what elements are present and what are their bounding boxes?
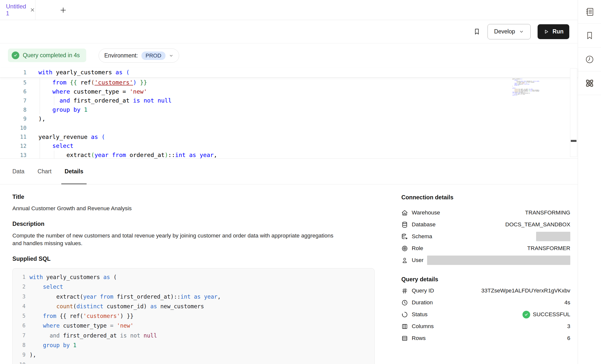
- description-heading: Description: [12, 221, 375, 227]
- details-panel: Title Annual Customer Growth and Revenue…: [0, 185, 578, 364]
- code-line[interactable]: 5 from {{ ref('customers') }}: [0, 78, 578, 87]
- code-line[interactable]: 6 where customer_type = 'new': [0, 87, 578, 96]
- code-token: and: [59, 97, 70, 104]
- code-text: from {{ ref('customers') }}: [27, 79, 147, 86]
- environment-selector[interactable]: Environment: PROD: [99, 49, 179, 63]
- code-token: extract: [29, 293, 80, 300]
- supplied-sql-code-block[interactable]: 1with yearly_customers as (2 select3 ext…: [12, 268, 375, 364]
- detail-label: User: [412, 257, 424, 263]
- close-icon[interactable]: [30, 7, 35, 13]
- code-token: 1: [519, 85, 520, 86]
- code-token: null: [527, 84, 530, 85]
- code-token: not: [143, 97, 154, 104]
- query-status-text: Query completed in 4s: [23, 52, 80, 59]
- code-line[interactable]: 13 extract(year from ordered_at)::int as…: [0, 151, 578, 160]
- tab-data[interactable]: Data: [12, 159, 25, 184]
- scrollbar-thumb[interactable]: [571, 140, 576, 142]
- code-line[interactable]: 5 from {{ ref('customers') }}: [13, 311, 374, 321]
- code-token: [29, 284, 43, 290]
- code-token: [97, 293, 100, 300]
- detail-label: Role: [412, 245, 423, 252]
- code-token: with: [38, 69, 53, 76]
- code-line[interactable]: 7 and first_ordered_at is not null: [13, 331, 374, 340]
- code-token: from: [53, 79, 67, 86]
- code-token: ordered_at: [126, 152, 165, 158]
- sql-editor[interactable]: 1with yearly_customers as ( 5 from {{ re…: [0, 67, 578, 159]
- rail-lineage-icon[interactable]: [578, 71, 601, 95]
- code-token: ): [144, 303, 147, 310]
- rail-bookmark-icon[interactable]: [578, 24, 601, 48]
- code-line[interactable]: 11yearly_revenue as (: [0, 132, 578, 142]
- code-line[interactable]: 9),: [0, 114, 578, 123]
- code-line[interactable]: 12 select: [0, 141, 578, 151]
- line-number: 10: [0, 125, 27, 131]
- code-token: extract: [38, 152, 91, 158]
- check-circle-icon: [522, 311, 530, 318]
- code-token: [38, 142, 53, 149]
- connection-details-rows: WarehouseTRANSFORMINGDatabaseDOCS_TEAM_S…: [401, 207, 570, 266]
- rail-history-icon[interactable]: [578, 48, 601, 71]
- code-token: first_ordered_at: [70, 97, 133, 104]
- run-button[interactable]: Run: [538, 24, 569, 39]
- code-token: (: [102, 133, 105, 140]
- code-token: is: [133, 97, 140, 104]
- code-line[interactable]: 6 where customer_type = 'new': [13, 321, 374, 331]
- sticky-code-line[interactable]: 1with yearly_customers as (: [0, 67, 578, 78]
- code-token: by: [63, 342, 70, 348]
- code-lines[interactable]: 5 from {{ ref('customers') }}6 where cus…: [0, 78, 578, 159]
- code-text: group by 1: [27, 106, 87, 113]
- develop-button[interactable]: Develop: [488, 24, 531, 39]
- rail-notebook-icon[interactable]: [578, 0, 601, 24]
- bookmark-icon[interactable]: [473, 28, 481, 35]
- spinner-icon: [401, 311, 408, 318]
- code-line[interactable]: 4 count(distinct customer_id) as new_cus…: [13, 302, 374, 311]
- schema-icon: [401, 233, 408, 240]
- code-token: [29, 332, 50, 339]
- code-line[interactable]: 3 extract(year from first_ordered_at)::i…: [13, 292, 374, 302]
- code-text: select: [26, 282, 63, 292]
- code-token: select: [43, 284, 63, 290]
- code-token: [140, 97, 143, 104]
- detail-row: User: [401, 254, 570, 266]
- detail-value: 4s: [564, 299, 570, 306]
- description-value: Compute the number of new customers and …: [12, 232, 342, 247]
- code-token: (: [522, 78, 522, 79]
- editor-scrollbar[interactable]: [570, 68, 577, 157]
- code-token: =: [123, 88, 126, 95]
- code-token: [66, 79, 70, 86]
- code-line[interactable]: 7 and first_ordered_at is not null: [0, 96, 578, 105]
- code-line[interactable]: 2 select: [13, 282, 374, 292]
- code-token: customer_type: [70, 88, 122, 95]
- tab-details[interactable]: Details: [65, 159, 83, 184]
- detail-value: 3: [567, 323, 570, 330]
- code-token: [201, 293, 204, 300]
- chevron-down-icon: [519, 29, 524, 34]
- code-line[interactable]: 8 group by 1: [13, 340, 374, 350]
- detail-value: TRANSFORMER: [527, 245, 570, 252]
- code-token: as: [91, 133, 98, 140]
- code-token: as: [189, 152, 196, 158]
- tab-chart[interactable]: Chart: [38, 159, 52, 184]
- code-line[interactable]: 1with yearly_customers as (: [0, 68, 130, 77]
- code-token: (: [80, 313, 83, 319]
- code-line[interactable]: 8 group by 1: [0, 105, 578, 114]
- code-line[interactable]: 1with yearly_customers as (: [13, 272, 374, 282]
- code-token: [109, 152, 112, 158]
- detail-value: [536, 232, 570, 241]
- code-token: year: [204, 293, 217, 300]
- plus-icon[interactable]: [58, 5, 68, 15]
- code-line[interactable]: 10: [13, 360, 374, 364]
- line-number: 9: [13, 350, 26, 360]
- status-row: Query completed in 4s Environment: PROD: [0, 44, 578, 67]
- code-token: [113, 322, 117, 329]
- detail-row: DatabaseDOCS_TEAM_SANDBOX: [401, 219, 570, 231]
- tab-untitled-1[interactable]: Untitled 1: [0, 0, 35, 20]
- code-line[interactable]: 9),: [13, 350, 374, 360]
- code-token: year: [83, 293, 97, 300]
- code-token: (: [126, 69, 130, 76]
- code-token: ),: [29, 352, 36, 358]
- supplied-sql-heading: Supplied SQL: [12, 256, 375, 262]
- code-token: year: [94, 152, 109, 158]
- code-line[interactable]: 10: [0, 123, 578, 132]
- code-text: and first_ordered_at is not null: [26, 331, 157, 340]
